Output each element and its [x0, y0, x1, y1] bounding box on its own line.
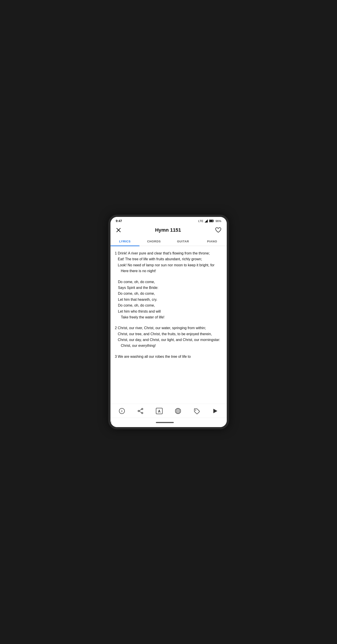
verse-2-line-2: Christ, our tree, and Christ, the fruits… — [115, 331, 222, 337]
app-header: Hymn 1151 — [110, 224, 227, 236]
tab-piano[interactable]: PIANO — [198, 236, 227, 246]
signal-icon — [204, 219, 208, 222]
hymn-title: Hymn 1151 — [155, 227, 181, 233]
share-button[interactable] — [136, 406, 145, 416]
tag-button[interactable] — [192, 406, 201, 416]
bottom-toolbar: i A — [110, 404, 227, 418]
verse-2-line-1: 2 Christ, our river, Christ, our water, … — [115, 325, 222, 331]
status-battery: 96% — [215, 219, 221, 223]
font-icon: A — [156, 408, 162, 414]
verse-1-line-3: Look! No need of lamp nor sun nor moon t… — [115, 262, 222, 268]
tab-guitar[interactable]: GUITAR — [168, 236, 198, 246]
chorus-line-2: Says Spirit and the Bride: — [118, 285, 222, 291]
verse-2: 2 Christ, our river, Christ, our water, … — [115, 325, 222, 349]
nav-bar: ‹ — [110, 418, 227, 427]
verse-3-line-1: 3 We are washing all our robes the tree … — [115, 354, 222, 360]
tabs: LYRICS CHORDS GUITAR PIANO — [110, 236, 227, 246]
tag-icon — [194, 408, 200, 414]
chorus-line-1: Do come, oh, do come, — [118, 279, 222, 285]
verse-1-line-1: 1 Drink! A river pure and clear that's f… — [115, 250, 222, 256]
tab-lyrics[interactable]: LYRICS — [110, 236, 140, 246]
svg-point-8 — [142, 408, 143, 410]
phone-frame: 9:47 LTE 96% Hymn 1151 — [108, 215, 229, 429]
status-signal: LTE — [198, 219, 204, 223]
close-button[interactable] — [115, 226, 122, 234]
play-icon — [212, 408, 218, 414]
svg-rect-3 — [210, 220, 213, 222]
share-icon — [137, 408, 144, 414]
play-button[interactable] — [211, 406, 220, 416]
verse-1-line-4: Here there is no night! — [115, 268, 222, 274]
verse-1-line-2: Eat! The tree of life with fruits abunda… — [115, 256, 222, 262]
svg-point-10 — [142, 412, 143, 414]
svg-rect-2 — [214, 220, 214, 222]
status-right: LTE 96% — [198, 219, 222, 223]
language-button[interactable] — [174, 406, 182, 416]
verse-3: 3 We are washing all our robes the tree … — [115, 354, 222, 360]
tab-chords[interactable]: CHORDS — [140, 236, 168, 246]
verse-1: 1 Drink! A river pure and clear that's f… — [115, 250, 222, 274]
verse-2-line-3: Christ, our day, and Christ, our light, … — [115, 337, 222, 343]
chorus-line-6: Let him who thirsts and will — [118, 308, 222, 314]
heart-icon — [215, 227, 222, 233]
svg-point-9 — [138, 410, 139, 412]
info-icon: i — [119, 408, 125, 414]
info-button[interactable]: i — [118, 406, 126, 416]
verse-2-line-4: Christ, our everything! — [115, 343, 222, 348]
nav-pill — [156, 422, 174, 423]
svg-point-19 — [195, 410, 196, 410]
chorus-line-4: Let him that heareth, cry. — [118, 297, 222, 302]
status-time: 9:47 — [116, 219, 122, 223]
chorus-line-5: Do come, oh, do come, — [118, 302, 222, 308]
chorus-1: Do come, oh, do come, Says Spirit and th… — [115, 279, 222, 320]
nav-back-button[interactable]: ‹ — [110, 420, 112, 424]
battery-icon — [209, 220, 214, 222]
close-icon — [116, 228, 121, 233]
lyrics-content: 1 Drink! A river pure and clear that's f… — [110, 246, 227, 404]
svg-line-11 — [139, 410, 142, 411]
chorus-line-3: Do come, oh, do come, — [118, 291, 222, 296]
svg-marker-0 — [204, 219, 208, 222]
font-button[interactable]: A — [154, 406, 164, 416]
svg-text:i: i — [122, 410, 122, 413]
chorus-line-7: Take freely the water of life! — [118, 314, 222, 320]
svg-point-15 — [175, 408, 181, 414]
svg-point-16 — [177, 408, 179, 414]
favorite-button[interactable] — [214, 226, 222, 234]
status-bar: 9:47 LTE 96% — [110, 217, 227, 224]
svg-line-12 — [139, 412, 142, 413]
globe-icon — [175, 408, 181, 414]
svg-marker-20 — [213, 409, 217, 413]
svg-text:A: A — [158, 410, 160, 413]
